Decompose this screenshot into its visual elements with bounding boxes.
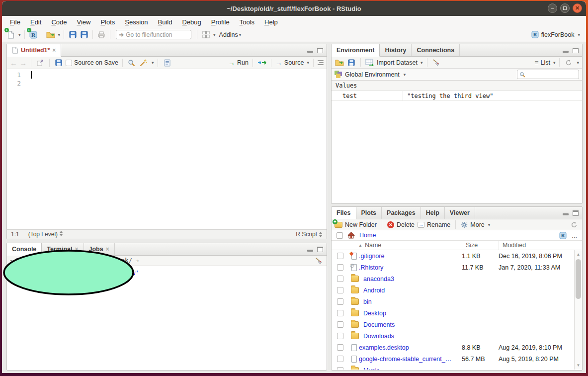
menu-tools[interactable]: Tools — [235, 17, 259, 27]
global-environment-caret-icon[interactable] — [404, 72, 406, 77]
file-name-link[interactable]: Music — [363, 367, 466, 370]
column-size[interactable]: Size — [462, 241, 499, 250]
compile-report-icon[interactable] — [162, 58, 172, 68]
tab-untitled1[interactable]: Untitled1* — [7, 44, 61, 57]
file-checkbox[interactable] — [337, 264, 343, 271]
minimize-pane-icon[interactable] — [307, 250, 313, 252]
file-checkbox[interactable] — [337, 344, 343, 351]
r-project-home-icon[interactable] — [559, 232, 567, 239]
file-checkbox[interactable] — [337, 321, 343, 328]
clear-console-icon[interactable] — [314, 256, 324, 266]
popout-icon[interactable] — [35, 58, 45, 68]
project-selector[interactable]: flexForBook — [531, 31, 582, 38]
source-on-save-checkbox[interactable] — [66, 60, 72, 66]
table-row[interactable]: Documents — [332, 319, 582, 330]
menu-plots[interactable]: Plots — [95, 17, 120, 27]
scrollbar-thumb[interactable] — [576, 259, 581, 299]
tab-connections[interactable]: Connections — [412, 44, 460, 56]
more-button[interactable]: More — [461, 221, 490, 228]
file-name-link[interactable]: .Rhistory — [359, 264, 462, 271]
close-button[interactable]: ✕ — [573, 3, 582, 13]
table-row[interactable]: Android — [332, 284, 582, 296]
maximize-button[interactable] — [560, 3, 570, 13]
new-folder-button[interactable]: New Folder — [335, 221, 377, 228]
tab-terminal[interactable]: Terminal — [42, 243, 84, 255]
back-icon[interactable]: ← — [10, 59, 17, 67]
pane-layout-caret-icon[interactable] — [213, 32, 216, 37]
menu-edit[interactable]: Edit — [25, 17, 46, 27]
maximize-pane-icon[interactable] — [317, 48, 323, 53]
minimize-button[interactable]: – — [548, 3, 557, 13]
refresh-caret-icon[interactable] — [577, 60, 579, 65]
new-file-caret-icon[interactable] — [18, 32, 21, 37]
environment-search[interactable] — [517, 70, 579, 79]
edit-area[interactable] — [25, 69, 327, 229]
refresh-environment-icon[interactable] — [564, 58, 574, 68]
goto-directory-icon[interactable]: ➜ — [136, 258, 139, 264]
file-checkbox[interactable] — [337, 367, 343, 370]
variable-row[interactable]: test "testing the third view" — [332, 91, 582, 101]
clear-environment-icon[interactable] — [431, 58, 441, 68]
tab-history[interactable]: History — [380, 44, 412, 56]
tab-environment[interactable]: Environment — [332, 44, 380, 57]
maximize-pane-icon[interactable] — [317, 247, 323, 252]
file-name-link[interactable]: examples.desktop — [359, 344, 462, 351]
table-row[interactable]: anaconda3 — [332, 273, 582, 284]
file-checkbox[interactable] — [337, 333, 343, 339]
global-environment-selector[interactable]: Global Environment — [345, 71, 400, 78]
file-name-link[interactable]: Downloads — [363, 333, 466, 340]
save-all-icon[interactable] — [79, 30, 89, 40]
save-workspace-icon[interactable] — [346, 58, 356, 68]
list-view-button[interactable]: List — [540, 59, 550, 66]
minimize-pane-icon[interactable] — [307, 51, 313, 53]
file-name-link[interactable]: Desktop — [363, 310, 466, 317]
table-row[interactable]: Downloads — [332, 330, 582, 342]
scope-selector[interactable]: (Top Level) — [28, 231, 63, 238]
column-modified[interactable]: Modified — [499, 241, 582, 250]
goto-file-search[interactable]: ➜ — [116, 30, 191, 39]
tab-plots[interactable]: Plots — [356, 207, 382, 219]
file-type-selector[interactable]: R Script — [296, 231, 323, 238]
environment-search-input[interactable] — [527, 71, 577, 78]
menu-view[interactable]: View — [72, 17, 95, 27]
table-row[interactable]: google-chrome-stable_current_… 56.7 MB A… — [332, 353, 582, 365]
file-name-link[interactable]: bin — [363, 298, 466, 305]
document-outline-icon[interactable] — [318, 60, 324, 65]
save-doc-icon[interactable] — [54, 58, 64, 68]
file-name-link[interactable]: .gitignore — [359, 253, 462, 260]
source-button[interactable]: Source — [284, 59, 304, 66]
table-row[interactable]: .Rhistory 11.7 KB Jan 7, 2020, 11:33 AM — [332, 262, 582, 273]
run-button[interactable]: Run — [237, 59, 249, 66]
table-row[interactable]: Music — [332, 365, 582, 370]
open-file-caret-icon[interactable] — [58, 32, 61, 37]
new-project-icon[interactable] — [28, 30, 38, 40]
path-ellipsis-button[interactable]: ... — [572, 232, 577, 239]
tab-jobs[interactable]: Jobs — [84, 243, 115, 255]
file-checkbox[interactable] — [337, 298, 343, 305]
close-tab-icon[interactable] — [75, 246, 78, 253]
files-scrollbar[interactable] — [574, 250, 582, 370]
code-tools-icon[interactable] — [139, 58, 149, 68]
table-row[interactable]: .gitignore 1.1 KB Dec 16, 2019, 8:06 PM — [332, 250, 582, 262]
rename-button[interactable]: →Rename — [418, 221, 450, 228]
file-checkbox[interactable] — [337, 287, 343, 293]
tab-files[interactable]: Files — [332, 207, 356, 219]
maximize-pane-icon[interactable] — [573, 48, 579, 53]
console-prompt-line[interactable]: > — [12, 277, 327, 285]
table-row[interactable]: examples.desktop 8.8 KB Aug 24, 2019, 8:… — [332, 342, 582, 353]
import-dataset-button[interactable]: Import Dataset — [377, 59, 418, 66]
menu-debug[interactable]: Debug — [177, 17, 206, 27]
minimize-pane-icon[interactable] — [563, 51, 569, 53]
minimize-pane-icon[interactable] — [563, 213, 569, 215]
code-editor[interactable]: 1 2 — [7, 69, 327, 229]
file-checkbox[interactable] — [337, 356, 343, 362]
source-caret-icon[interactable] — [307, 60, 309, 65]
column-name[interactable]: Name — [332, 242, 462, 249]
menu-file[interactable]: File — [5, 17, 25, 27]
code-tools-caret-icon[interactable] — [152, 60, 154, 65]
breadcrumb-home-link[interactable]: Home — [359, 232, 376, 239]
tab-packages[interactable]: Packages — [382, 207, 421, 219]
goto-file-input[interactable] — [126, 31, 183, 38]
file-name-link[interactable]: anaconda3 — [363, 276, 466, 282]
find-icon[interactable] — [127, 58, 137, 68]
